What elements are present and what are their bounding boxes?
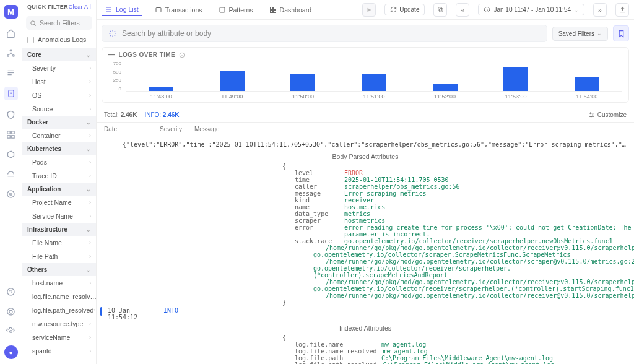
chevron-down-icon: ⌄ [574,7,579,13]
main: Log List Transactions Patterns Dashboard… [97,0,634,364]
time-range[interactable]: Jan 10 11:47 - Jan 10 11:54 ⌄ [478,4,584,15]
svg-marker-13 [8,150,14,157]
svg-rect-27 [270,7,272,9]
sidebar-group[interactable]: Others⌄ [22,263,96,276]
sidebar-item[interactable]: Container› [22,129,96,142]
svg-point-18 [9,310,12,313]
copy-icon [437,6,444,13]
tab-patterns[interactable]: Patterns [215,4,257,15]
table-header: Date Severity Message [97,123,634,136]
log-body: — {"level":"ERROR","time":"2025-01-10T11… [97,136,634,364]
avatar[interactable]: ● [4,345,18,359]
svg-rect-11 [7,135,10,137]
sidebar-item[interactable]: log.file.path_resolved› [22,303,96,317]
sidebar-group[interactable]: Application⌄ [22,183,96,196]
customize-button[interactable]: Customize [588,111,627,118]
sidebar-item[interactable]: File Path› [22,249,96,263]
svg-point-16 [7,288,14,295]
info-icon[interactable] [179,52,185,58]
upload-button[interactable] [615,3,629,17]
alert-config-icon[interactable] [6,188,17,199]
settings-icon[interactable] [6,326,17,337]
sidebar-item[interactable]: Host› [22,75,96,89]
refresh-icon [390,6,397,13]
update-button[interactable]: Update [384,4,425,15]
sidebar: QUICK FILTER Clear All Search Filters An… [22,0,97,364]
body-parsed-title: Body Parsed Attributes [97,150,634,163]
prev-button[interactable]: « [456,3,469,17]
serverless-icon[interactable] [6,168,17,180]
chevron-right-icon: » [598,6,602,14]
sliders-icon [588,111,595,118]
tab-dashboard[interactable]: Dashboard [266,4,315,15]
svg-rect-10 [12,131,14,133]
chart-bar[interactable] [503,67,528,91]
help-icon[interactable] [6,286,17,297]
anomalous-checkbox[interactable]: Anomalous Logs [22,33,96,48]
network-icon[interactable] [6,47,17,58]
list-icon[interactable] [6,67,17,78]
patterns-icon [219,6,226,14]
next-button[interactable]: » [593,3,607,17]
logo[interactable]: M [4,5,18,19]
chart-bar[interactable] [362,74,386,91]
home-icon[interactable] [6,27,17,38]
sidebar-item[interactable]: File Name› [22,236,96,249]
chart-bar[interactable] [575,77,599,91]
sidebar-group[interactable]: Kubernetes⌄ [22,142,96,155]
chart-bar[interactable] [290,74,315,91]
chart-bar[interactable] [149,87,173,91]
clear-all-link[interactable]: Clear All [69,4,91,10]
sidebar-group[interactable]: Core⌄ [22,48,96,61]
tab-transactions[interactable]: Transactions [151,4,206,15]
svg-rect-28 [273,7,276,9]
copy-button[interactable] [433,3,447,17]
sidebar-item[interactable]: Service Name› [22,209,96,223]
kubernetes-icon[interactable] [6,149,17,160]
chart-title: LOGS OVER TIME [118,51,175,58]
tab-loglist[interactable]: Log List [102,4,142,16]
icon-rail: M ● [0,0,22,364]
grid-icon[interactable] [6,129,17,140]
collapse-icon[interactable]: — [108,51,115,58]
sidebar-item[interactable]: Pods› [22,155,96,169]
sidebar-item[interactable]: host.name› [22,276,96,290]
chart-bar[interactable] [433,84,458,91]
sidebar-item[interactable]: spanId› [22,344,96,358]
bookmark-icon [617,30,625,38]
sidebar-item[interactable]: Source› [22,102,96,116]
svg-point-14 [10,193,12,195]
sidebar-item[interactable]: serviceName› [22,331,96,344]
svg-rect-30 [273,10,276,12]
svg-point-2 [13,54,15,56]
security-icon[interactable] [6,109,17,120]
sidebar-group[interactable]: Infrastructure⌄ [22,223,96,236]
sidebar-item[interactable]: OS› [22,89,96,102]
chart-bar[interactable] [220,71,245,91]
log-raw[interactable]: — {"level":"ERROR","time":"2025-01-10T11… [97,139,634,150]
sidebar-item[interactable]: Severity› [22,61,96,75]
transactions-icon [155,6,162,14]
svg-marker-31 [368,7,371,12]
logs-icon[interactable] [4,87,18,100]
bookmark-button[interactable] [613,25,629,41]
sidebar-item[interactable]: Project Name› [22,196,96,209]
sidebar-group[interactable]: Docker⌄ [22,116,96,129]
sidebar-item[interactable]: mw.resource.type› [22,317,96,331]
saved-filters[interactable]: Saved Filters⌄ [552,27,608,41]
play-icon [366,7,372,13]
topbar: Log List Transactions Patterns Dashboard… [97,0,634,20]
play-button[interactable] [362,3,376,17]
logs-chart: — LOGS OVER TIME 7505002500 11:48:0011:4… [102,47,629,103]
svg-point-42 [592,115,593,116]
dashboard-icon [269,6,277,14]
search-input[interactable]: Search by attribute or body [102,25,547,42]
svg-point-43 [590,116,591,117]
support-icon[interactable] [6,306,17,317]
log-row[interactable]: 10 Jan 11:54:12 INFO [97,306,634,322]
chevron-down-icon: ⌄ [597,30,602,37]
sidebar-item[interactable]: Trace ID› [22,169,96,183]
svg-rect-9 [7,131,10,133]
filter-search[interactable]: Search Filters [26,16,92,30]
sidebar-item[interactable]: log.file.name_resolv…› [22,290,96,303]
